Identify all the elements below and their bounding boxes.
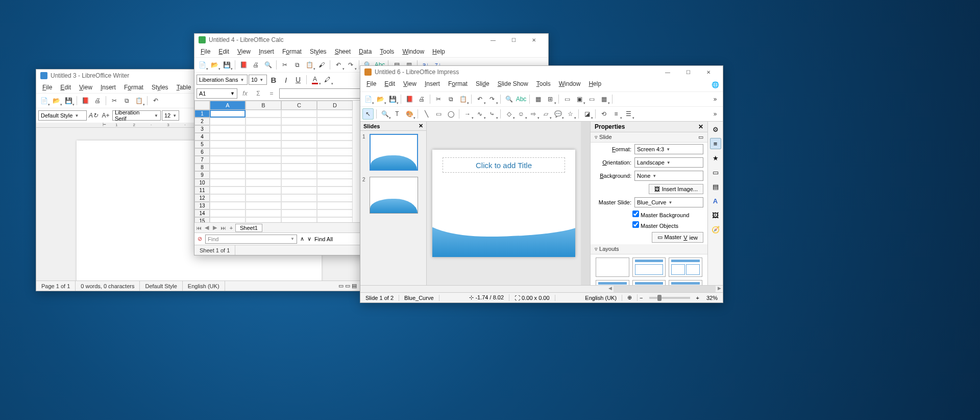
menu-format[interactable]: Format [120,83,148,92]
rotate-tool[interactable]: ⟲ [598,108,609,120]
status-view-icons[interactable]: ▭ ▭ ▤ [333,281,362,291]
cell[interactable] [281,217,317,222]
row-header-7[interactable]: 7 [194,156,210,164]
layout-title-content[interactable] [632,258,666,277]
column-header-d[interactable]: D [317,101,353,110]
export-pdf-button[interactable]: 📕 [238,59,249,71]
more-button[interactable]: » [709,94,721,105]
display-views-button[interactable]: ▭ [561,94,573,105]
cut-button[interactable]: ✂ [433,94,444,105]
menu-insert[interactable]: Insert [96,83,120,92]
cell[interactable] [246,171,281,179]
italic-button[interactable]: I [280,74,291,85]
cell[interactable] [210,141,246,148]
row-header-5[interactable]: 5 [194,141,210,148]
cell[interactable] [317,125,353,133]
cell[interactable] [246,194,281,202]
sidebar-styles-icon[interactable]: A [710,195,721,206]
menu-window[interactable]: Window [398,47,428,56]
cell[interactable] [246,186,281,194]
name-box[interactable]: A1▼ [197,88,237,99]
spellcheck-button[interactable]: Abc [516,94,527,105]
menu-sheet[interactable]: Sheet [331,47,355,56]
cell[interactable] [246,141,281,148]
function-wizard-button[interactable]: fx [239,88,251,99]
cell[interactable] [246,202,281,209]
block-arrows-tool[interactable]: ⇨ [528,108,539,120]
status-lang[interactable]: English (UK) [580,295,622,301]
close-button[interactable]: ✕ [698,66,719,78]
menu-styles[interactable]: Styles [306,47,331,56]
undo-button[interactable]: ↶ [474,94,485,105]
cell[interactable] [281,164,317,171]
cell[interactable] [281,209,317,217]
menu-window[interactable]: Window [555,79,585,90]
zoom-tool[interactable]: 🔍 [379,108,390,120]
copy-button[interactable]: ⧉ [291,59,303,71]
menu-edit[interactable]: Edit [56,83,75,92]
grid-button[interactable]: ▦ [532,94,544,105]
slide-thumb-1[interactable] [370,134,418,171]
cell[interactable] [210,148,246,156]
find-button[interactable]: 🔍 [503,94,514,105]
row-header-1[interactable]: 1 [194,110,210,118]
properties-close[interactable]: ✕ [698,123,703,130]
close-button[interactable]: ✕ [524,34,544,46]
globe-icon[interactable]: 🌐 [709,79,721,90]
cell[interactable] [210,156,246,164]
minimize-button[interactable]: — [657,66,678,78]
paste-button[interactable]: 📋 [304,59,315,71]
menu-slide[interactable]: Slide [472,79,494,90]
status-sheet[interactable]: Sheet 1 of 1 [194,245,235,255]
cell[interactable] [246,164,281,171]
master-bg-checkbox[interactable]: Master Background [632,211,689,218]
cell[interactable] [210,125,246,133]
menu-slideshow[interactable]: Slide Show [494,79,532,90]
master-obj-checkbox[interactable]: Master Objects [632,221,678,229]
cell[interactable] [246,118,281,125]
export-pdf-button[interactable]: 📕 [404,94,415,105]
sidebar-gallery-icon[interactable]: 🖼 [710,209,721,221]
close-find-icon[interactable]: ⊘ [198,236,202,242]
column-header-c[interactable]: C [281,101,317,110]
layout-title-2content[interactable] [669,258,702,277]
cell[interactable] [281,179,317,186]
menu-file[interactable]: File [197,47,214,56]
bold-button[interactable]: B [268,74,279,85]
cell[interactable] [246,133,281,141]
find-all-button[interactable]: Find All [314,236,333,242]
find-next-button[interactable]: ∨ [307,236,311,242]
cell[interactable] [317,194,353,202]
cell[interactable] [281,118,317,125]
cell[interactable] [281,133,317,141]
title-placeholder[interactable]: Click to add Title [443,157,565,173]
font-color-button[interactable]: A [309,74,321,85]
maximize-button[interactable]: ☐ [503,34,524,46]
layout-centered[interactable] [632,280,666,285]
open-button[interactable]: 📂 [375,94,386,105]
row-header-6[interactable]: 6 [194,148,210,156]
color-tool[interactable]: 🎨 [404,108,415,120]
copy-button[interactable]: ⧉ [121,95,132,106]
menu-view[interactable]: View [233,47,255,56]
cell[interactable] [281,148,317,156]
cell[interactable] [317,133,353,141]
status-page[interactable]: Page 1 of 1 [36,281,76,291]
row-header-12[interactable]: 12 [194,194,210,202]
font-size-combo[interactable]: 12▼ [162,110,179,121]
cell[interactable] [210,179,246,186]
sidebar-navigator-icon[interactable]: 🧭 [710,224,721,235]
rect-tool[interactable]: ▭ [433,108,444,120]
cell[interactable] [281,110,317,118]
sheet-tab-1[interactable]: Sheet1 [235,224,262,232]
text-box-tool[interactable]: T [391,108,403,120]
curve-tool[interactable]: ∿ [474,108,485,120]
export-pdf-button[interactable]: 📕 [80,95,91,106]
select-all-corner[interactable] [194,101,210,110]
format-combo[interactable]: Screen 4:3▼ [634,144,703,154]
row-header-3[interactable]: 3 [194,125,210,133]
slide-section-head[interactable]: ▿ Slide▭ [591,132,707,143]
cell[interactable] [246,156,281,164]
print-button[interactable]: 🖨 [416,94,427,105]
new-doc-button[interactable]: 📄 [38,95,50,106]
